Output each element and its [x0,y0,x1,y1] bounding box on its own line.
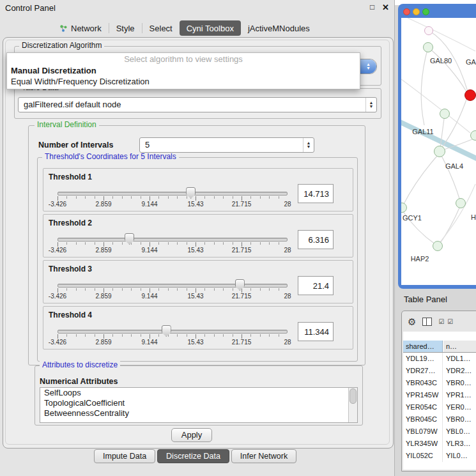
close-window-icon[interactable]: ✕ [382,3,389,12]
table-row[interactable]: YBR043CYBR0… [403,377,476,389]
threshold-1-title: Threshold 1 [49,173,92,181]
network-node[interactable] [470,130,476,141]
cell: YDL1… [443,353,476,365]
tick-label: 2.859 [95,247,111,254]
tick-label: -3.426 [49,201,66,208]
network-node[interactable] [440,109,450,119]
tab-label: Style [116,24,135,33]
tick-label: 21.715 [232,201,252,208]
cell: YDR2… [443,365,476,377]
close-traffic-light-icon[interactable] [403,8,410,15]
number-of-intervals-combobox[interactable]: 5 ▲▼ [139,137,314,153]
tab-cyni-toolbox[interactable]: Cyni Toolbox [180,20,241,36]
cell: YBR0… [443,377,476,389]
algorithm-dropdown-popup: Select algorithm to view settings Manual… [6,52,360,89]
slider-tick-labels: -3.426 2.859 9.144 15.43 21.715 28 [58,201,288,208]
control-panel-tabs: Network Style Select Cyni Toolbox jActiv… [52,20,317,36]
table-row[interactable]: YDR27…YDR2… [403,365,476,377]
network-node[interactable] [424,26,433,35]
table-row[interactable]: YBL079WYBL0… [403,426,476,438]
combobox-stepper-icon[interactable]: ▲▼ [360,59,376,73]
combobox-stepper-icon[interactable]: ▲▼ [303,138,314,152]
numerical-attributes-list[interactable]: SelfLoops TopologicalCoefficient Between… [40,387,358,423]
popup-option-equal-width-frequency[interactable]: Equal Width/Frequency Discretization [11,77,150,86]
threshold-3-slider[interactable]: -3.426 2.859 9.144 15.43 21.715 28 [58,277,288,302]
interval-definition-group-label: Interval Definition [35,121,99,129]
float-window-icon[interactable]: □ [370,3,374,12]
list-item[interactable]: BetweennessCentrality [40,408,357,418]
list-item[interactable]: SelfLoops [40,388,357,398]
checkbox-icons[interactable]: ☑ ☑ [438,318,454,325]
tab-jactivemnodules[interactable]: jActiveMNodules [241,20,317,36]
tab-impute-data[interactable]: Impute Data [94,449,155,463]
cell: YPR1… [443,389,476,401]
tab-discretize-data[interactable]: Discretize Data [157,449,229,463]
cell: YBL0… [443,426,476,438]
threshold-4-value-field[interactable]: 11.344 [298,322,334,341]
tab-label: Select [150,24,173,33]
network-canvas[interactable]: GAL80 GA GAL11 GAL4 GCY1 H HAP2 [401,18,476,285]
tab-network[interactable]: Network [52,20,109,36]
cell: YBR043C [403,377,443,389]
network-node[interactable] [423,42,433,52]
zoom-traffic-light-icon[interactable] [422,8,429,15]
columns-icon[interactable] [422,318,432,326]
cell: YIL0… [443,450,476,462]
network-node-selected[interactable] [464,89,476,101]
list-item[interactable]: TopologicalCoefficient [40,398,357,408]
slider-track[interactable] [58,284,288,288]
discretization-algorithm-group-label: Discretization Algorithm [19,42,104,50]
threshold-1-value-field[interactable]: 14.713 [298,184,334,203]
minimize-traffic-light-icon[interactable] [413,8,420,15]
threshold-4-slider[interactable]: -3.426 2.859 9.144 15.43 21.715 28 [58,323,288,348]
table-row[interactable]: YDL19…YDL1… [403,353,476,365]
tab-infer-network[interactable]: Infer Network [231,449,296,463]
table-row[interactable]: YBR045CYBR0… [403,413,476,426]
cell: YER0… [443,401,476,413]
column-header-name[interactable]: n… [443,341,476,352]
threshold-4-panel: Threshold 4 -3.426 2.859 9.144 15.43 21.… [43,306,353,349]
slider-track[interactable] [58,238,288,242]
node-label-gal80: GAL80 [430,57,452,65]
threshold-2-value-field[interactable]: 6.316 [298,230,334,249]
tick-label: 28 [284,201,291,208]
threshold-2-title: Threshold 2 [49,219,92,227]
tick-label: 28 [284,293,291,300]
tab-style[interactable]: Style [109,20,142,36]
list-scrollbar[interactable] [348,388,357,422]
popup-option-manual-discretization[interactable]: Manual Discretization [11,66,96,75]
slider-track[interactable] [58,330,288,334]
apply-button[interactable]: Apply [171,428,212,442]
tick-label: -3.426 [49,293,66,300]
thresholds-group: Threshold 1 -3.426 2.859 9.144 15.43 21.… [37,157,358,362]
numerical-attributes-label: Numerical Attributes [40,377,118,386]
combobox-stepper-icon[interactable]: ▲▼ [365,98,376,112]
table-row[interactable]: YIL052CYIL0… [403,450,476,462]
scrollbar-thumb[interactable] [349,388,357,404]
table-data-combobox[interactable]: galFiltered.sif default node ▲▼ [18,97,377,112]
threshold-2-slider[interactable]: -3.426 2.859 9.144 15.43 21.715 28 [58,231,288,256]
slider-track[interactable] [58,192,288,196]
tab-select[interactable]: Select [142,20,180,36]
threshold-1-panel: Threshold 1 -3.426 2.859 9.144 15.43 21.… [43,168,353,211]
table-row[interactable]: YLR345WYLR3… [403,438,476,450]
cell: YDL19… [403,353,443,365]
cell: YPR145W [403,389,443,401]
table-row[interactable]: YPR145WYPR1… [403,389,476,401]
node-label-gal11: GAL11 [412,128,433,135]
network-node[interactable] [433,241,443,251]
gear-icon[interactable]: ⚙ [408,317,416,326]
table-toolbar: ⚙ ☑ ☑ [402,311,476,332]
tick-label: 21.715 [232,247,252,254]
threshold-3-value-field[interactable]: 21.4 [298,276,334,295]
slider-major-ticks [58,334,288,339]
network-node[interactable] [434,146,445,157]
cell: YBL079W [403,426,443,438]
tick-label: 21.715 [232,339,252,346]
tick-label: 15.43 [187,339,203,346]
threshold-1-slider[interactable]: -3.426 2.859 9.144 15.43 21.715 28 [58,185,288,210]
column-header-shared[interactable]: shared… [403,341,443,352]
table-data-selected-value: galFiltered.sif default node [24,98,362,111]
network-node[interactable] [456,198,466,208]
table-row[interactable]: YER054CYER0… [403,401,476,413]
